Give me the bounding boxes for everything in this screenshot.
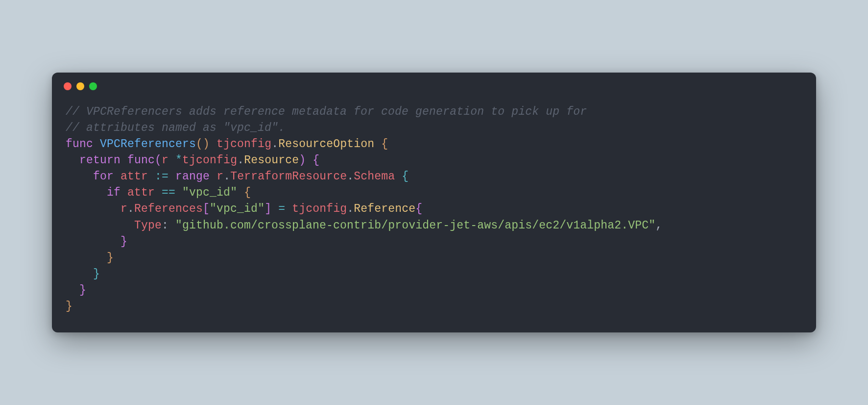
indent [66, 219, 134, 232]
close-icon[interactable] [64, 82, 72, 90]
field: References [134, 202, 203, 215]
brace: } [66, 284, 86, 297]
type-name: ResourceOption [278, 138, 374, 151]
operator: := [155, 170, 169, 183]
code-window: // VPCReferencers adds reference metadat… [52, 73, 816, 332]
comment-line: // attributes named as "vpc_id". [66, 122, 285, 134]
brace: { [237, 186, 251, 199]
keyword-func: func [66, 138, 93, 151]
type-name: Resource [244, 154, 299, 167]
minimize-icon[interactable] [76, 82, 84, 90]
operator: == [162, 186, 175, 199]
dot: . [347, 170, 354, 183]
code-block: // VPCReferencers adds reference metadat… [52, 90, 816, 332]
space [175, 186, 182, 199]
paren: () [196, 138, 210, 151]
string-literal: "vpc_id" [210, 202, 265, 215]
field: Schema [354, 170, 395, 183]
comment-line: // VPCReferencers adds reference metadat… [66, 105, 587, 118]
bracket: ] [265, 202, 271, 215]
zoom-icon[interactable] [89, 82, 97, 90]
var: attr [127, 186, 155, 199]
bracket: [ [203, 202, 210, 215]
brace: } [66, 268, 100, 280]
func-name: VPCReferencers [100, 138, 196, 151]
indent [66, 186, 107, 199]
type-name: Reference [354, 202, 415, 215]
param: r [162, 154, 169, 167]
package-ident: tjconfig [182, 154, 237, 167]
colon: : [162, 219, 175, 232]
string-literal: "github.com/crossplane-contrib/provider-… [175, 219, 655, 232]
dot: . [127, 202, 134, 215]
space [121, 186, 127, 199]
space [169, 170, 175, 183]
keyword-return: return [79, 154, 121, 167]
space [285, 202, 292, 215]
comma: , [655, 219, 662, 232]
space [155, 186, 162, 199]
brace: } [66, 235, 127, 248]
var: r [121, 202, 127, 215]
var: r [217, 170, 223, 183]
field: Type [134, 219, 162, 232]
keyword-func: func [127, 154, 155, 167]
window-titlebar [52, 73, 816, 90]
var: attr [121, 170, 148, 183]
string-literal: "vpc_id" [182, 186, 237, 199]
space [148, 170, 155, 183]
package-ident: tjconfig [292, 202, 347, 215]
field: TerraformResource [230, 170, 347, 183]
dot: . [347, 202, 354, 215]
brace: } [66, 252, 114, 264]
indent [66, 202, 121, 215]
brace: { [306, 154, 319, 167]
keyword-if: if [107, 186, 121, 199]
brace: } [66, 300, 72, 313]
keyword-range: range [175, 170, 210, 183]
space [121, 154, 127, 167]
dot: . [237, 154, 244, 167]
space [114, 170, 121, 183]
brace: { [415, 202, 422, 215]
operator: = [278, 202, 285, 215]
paren: ) [299, 154, 306, 167]
brace: { [395, 170, 409, 183]
space [210, 138, 217, 151]
package-ident: tjconfig [217, 138, 271, 151]
space [210, 170, 217, 183]
indent [66, 170, 93, 183]
keyword-for: for [93, 170, 114, 183]
indent [66, 154, 79, 167]
operator: * [169, 154, 182, 167]
brace: { [374, 138, 388, 151]
space [271, 202, 278, 215]
dot: . [223, 170, 230, 183]
dot: . [271, 138, 278, 151]
paren: ( [155, 154, 162, 167]
